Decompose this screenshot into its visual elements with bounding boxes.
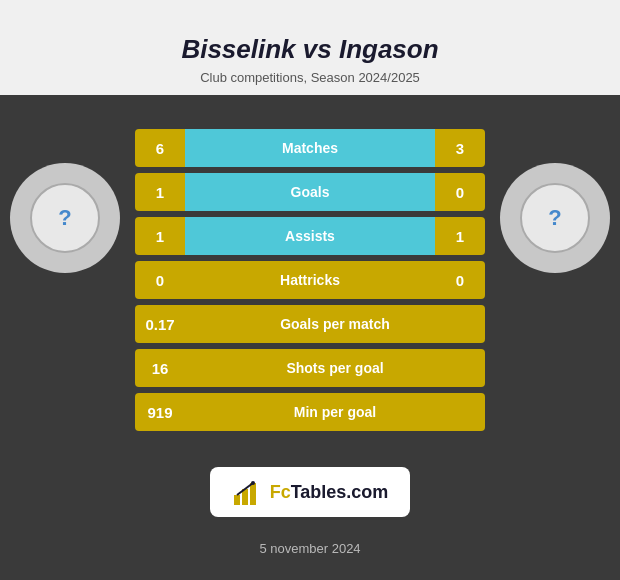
player-avatar-right: ? — [500, 163, 610, 273]
hattricks-left-val: 0 — [135, 261, 185, 299]
goals-left-val: 1 — [135, 173, 185, 211]
fctables-logo: FcTables.com — [210, 467, 411, 517]
stat-row-assists: 1 Assists 1 — [135, 217, 485, 255]
shots-per-goal-label: Shots per goal — [286, 360, 383, 376]
fctables-icon — [232, 477, 262, 507]
goals-label: Goals — [291, 184, 330, 200]
stat-row-shots-per-goal: 16 Shots per goal — [135, 349, 485, 387]
goals-right-val: 0 — [435, 173, 485, 211]
page-subtitle: Club competitions, Season 2024/2025 — [200, 70, 420, 85]
player-avatar-left: ? — [10, 163, 120, 273]
svg-rect-0 — [234, 495, 240, 505]
assists-left-val: 1 — [135, 217, 185, 255]
goals-per-match-val: 0.17 — [135, 305, 185, 343]
logo-text: FcTables.com — [270, 482, 389, 503]
stat-row-matches: 6 Matches 3 — [135, 129, 485, 167]
shots-per-goal-val: 16 — [135, 349, 185, 387]
avatar-left-icon: ? — [58, 205, 71, 231]
stat-row-min-per-goal: 919 Min per goal — [135, 393, 485, 431]
goals-per-match-label: Goals per match — [280, 316, 390, 332]
hattricks-right-val: 0 — [435, 261, 485, 299]
matches-left-val: 6 — [135, 129, 185, 167]
page-title: Bisselink vs Ingason — [181, 34, 438, 65]
logo-tables: Tables.com — [291, 482, 389, 502]
stat-row-goals: 1 Goals 0 — [135, 173, 485, 211]
logo-fc: Fc — [270, 482, 291, 502]
min-per-goal-label: Min per goal — [294, 404, 376, 420]
footer-date: 5 november 2024 — [259, 541, 360, 556]
svg-point-3 — [251, 481, 255, 485]
stat-row-hattricks: 0 Hattricks 0 — [135, 261, 485, 299]
hattricks-label: Hattricks — [280, 272, 340, 288]
assists-right-val: 1 — [435, 217, 485, 255]
min-per-goal-val: 919 — [135, 393, 185, 431]
matches-right-val: 3 — [435, 129, 485, 167]
avatar-right-icon: ? — [548, 205, 561, 231]
assists-label: Assists — [285, 228, 335, 244]
stat-row-goals-per-match: 0.17 Goals per match — [135, 305, 485, 343]
svg-rect-2 — [250, 483, 256, 505]
matches-label: Matches — [282, 140, 338, 156]
